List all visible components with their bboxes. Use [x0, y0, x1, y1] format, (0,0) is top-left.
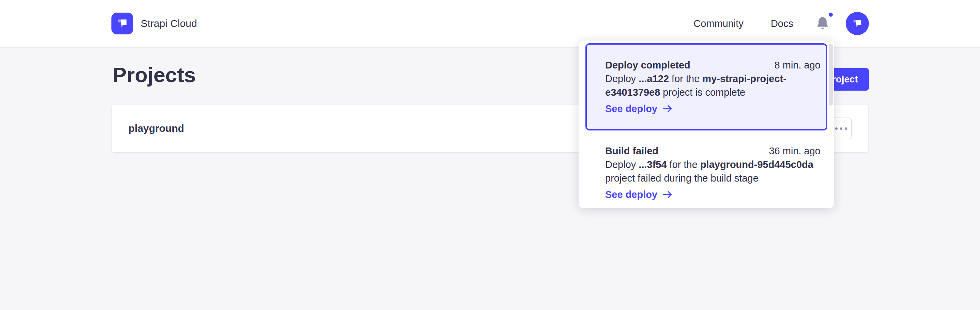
nav-link-community[interactable]: Community	[694, 18, 743, 29]
scrollbar-thumb[interactable]	[829, 44, 833, 106]
notification-build-failed[interactable]: Build failed 36 min. ago Deploy ...3f54 …	[579, 130, 834, 208]
brand-name: Strapi Cloud	[141, 18, 197, 29]
project-name: playground	[129, 122, 184, 134]
notifications-dropdown: Deploy completed 8 min. ago Deploy ...a1…	[579, 41, 834, 208]
nav-link-docs[interactable]: Docs	[771, 18, 793, 29]
notification-body: Deploy ...a122 for the my-strapi-project…	[605, 72, 821, 99]
notification-title: Build failed	[605, 144, 658, 158]
arrow-right-icon	[662, 189, 673, 200]
notification-time: 8 min. ago	[775, 58, 821, 72]
notification-body: Deploy ...3f54 for the playground-95d445…	[605, 158, 821, 185]
top-navbar: Strapi Cloud Community Docs	[0, 0, 980, 48]
notification-deploy-completed[interactable]: Deploy completed 8 min. ago Deploy ...a1…	[585, 43, 827, 130]
arrow-right-icon	[662, 103, 673, 114]
user-avatar-button[interactable]	[846, 12, 869, 35]
notification-time: 36 min. ago	[769, 144, 821, 158]
strapi-logo-icon	[111, 13, 133, 34]
navbar-right: Community Docs	[694, 12, 869, 35]
bell-icon	[815, 15, 831, 32]
page-title: Projects	[113, 59, 196, 91]
see-deploy-link[interactable]: See deploy	[605, 188, 821, 201]
notification-title: Deploy completed	[605, 58, 690, 72]
brand-home-link[interactable]: Strapi Cloud	[111, 13, 197, 34]
see-deploy-link[interactable]: See deploy	[605, 102, 821, 116]
strapi-avatar-icon	[851, 17, 864, 30]
notifications-bell-button[interactable]	[815, 15, 831, 32]
unread-notification-dot	[829, 13, 833, 17]
ellipsis-icon	[835, 127, 838, 130]
